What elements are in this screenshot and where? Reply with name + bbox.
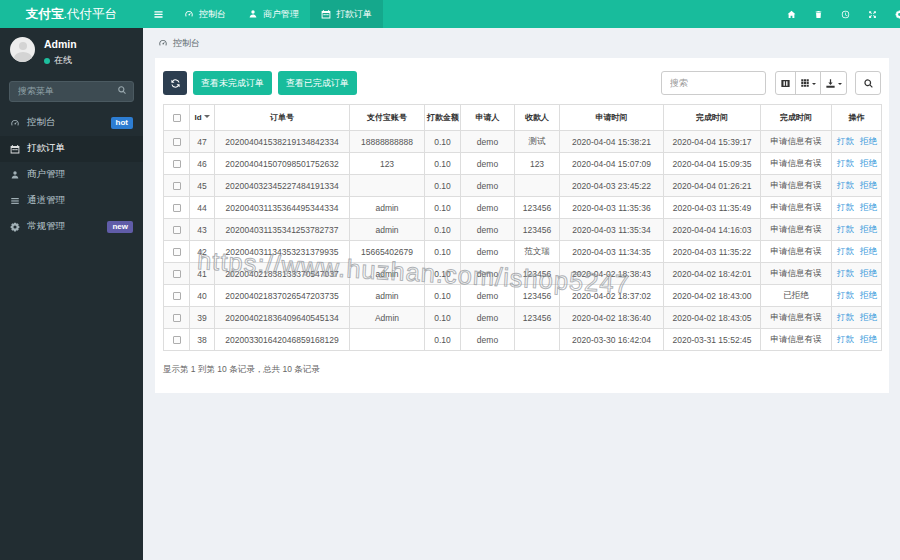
row-checkbox[interactable] <box>173 270 181 278</box>
reject-link[interactable]: 拒绝 <box>860 290 877 300</box>
pay-link[interactable]: 打款 <box>837 180 854 190</box>
cell-applicant: demo <box>461 131 515 153</box>
row-checkbox[interactable] <box>173 226 181 234</box>
search-icon <box>117 85 127 95</box>
reject-link[interactable]: 拒绝 <box>860 180 877 190</box>
view-unfinished-button[interactable]: 查看未完成订单 <box>193 71 272 95</box>
column-header[interactable]: 支付宝账号 <box>350 105 425 131</box>
cell-status: 申请信息有误 <box>761 241 832 263</box>
row-checkbox[interactable] <box>173 204 181 212</box>
pay-link[interactable]: 打款 <box>837 312 854 322</box>
table-search-input[interactable] <box>661 71 766 95</box>
column-header[interactable]: Id <box>190 105 215 131</box>
pagination-toggle-button[interactable] <box>775 71 796 95</box>
column-header[interactable]: 收款人 <box>515 105 560 131</box>
sidebar-item-2[interactable]: 打款订单 <box>0 136 143 162</box>
avatar <box>10 37 35 62</box>
cell-finish-time: 2020-04-04 01:26:21 <box>664 175 761 197</box>
cell-id: 42 <box>190 241 215 263</box>
nav-tab-2[interactable]: 商户管理 <box>237 0 310 28</box>
cell-apply-time: 2020-04-03 11:35:36 <box>560 197 664 219</box>
reject-link[interactable]: 拒绝 <box>860 224 877 234</box>
table-row: 42202004031134353231379935156654026790.1… <box>164 241 882 263</box>
cell-payee <box>515 175 560 197</box>
trash-button[interactable] <box>805 0 832 28</box>
search-button[interactable] <box>855 71 881 95</box>
pay-link[interactable]: 打款 <box>837 246 854 256</box>
reject-link[interactable]: 拒绝 <box>860 136 877 146</box>
cell-apply-time: 2020-04-04 15:38:21 <box>560 131 664 153</box>
sidebar-item-5[interactable]: 常规管理new <box>0 214 143 240</box>
row-checkbox[interactable] <box>173 292 181 300</box>
column-header[interactable]: 打款金额 <box>425 105 461 131</box>
column-header[interactable]: 完成时间 <box>664 105 761 131</box>
pay-link[interactable]: 打款 <box>837 224 854 234</box>
table-row: 47202004041538219134842334188888888880.1… <box>164 131 882 153</box>
pay-link[interactable]: 打款 <box>837 202 854 212</box>
cell-order-no: 202004031135341253782737 <box>215 219 350 241</box>
pay-link[interactable]: 打款 <box>837 334 854 344</box>
cell-finish-time: 2020-04-03 11:35:49 <box>664 197 761 219</box>
cell-payee: 范文瑞 <box>515 241 560 263</box>
clock-button[interactable] <box>832 0 859 28</box>
row-checkbox[interactable] <box>173 248 181 256</box>
cell-actions: 打款拒绝 <box>832 307 882 329</box>
reject-link[interactable]: 拒绝 <box>860 334 877 344</box>
export-button[interactable] <box>820 71 847 95</box>
select-all-checkbox[interactable] <box>173 114 181 122</box>
column-header[interactable]: 订单号 <box>215 105 350 131</box>
breadcrumb-label: 控制台 <box>173 37 200 50</box>
sidebar-item-label: 控制台 <box>27 116 56 129</box>
cell-applicant: demo <box>461 175 515 197</box>
gear-button[interactable] <box>886 0 900 28</box>
dashboard-icon <box>10 118 20 128</box>
sidebar-item-4[interactable]: 通道管理 <box>0 188 143 214</box>
brand[interactable]: 支付宝.代付平台 <box>0 0 143 28</box>
reject-link[interactable]: 拒绝 <box>860 268 877 278</box>
cell-payee: 123456 <box>515 263 560 285</box>
user-status-label: 在线 <box>54 54 72 67</box>
row-checkbox[interactable] <box>173 138 181 146</box>
column-header[interactable]: 操作 <box>832 105 882 131</box>
reject-link[interactable]: 拒绝 <box>860 246 877 256</box>
pay-link[interactable]: 打款 <box>837 136 854 146</box>
user-icon <box>248 9 258 19</box>
cell-actions: 打款拒绝 <box>832 263 882 285</box>
refresh-button[interactable] <box>163 71 187 95</box>
nav-tab-label: 打款订单 <box>336 8 372 21</box>
sidebar-item-3[interactable]: 商户管理 <box>0 162 143 188</box>
refresh-icon <box>170 78 181 89</box>
cell-finish-time: 2020-04-03 11:35:22 <box>664 241 761 263</box>
cell-status: 申请信息有误 <box>761 219 832 241</box>
nav-tab-1[interactable]: 控制台 <box>173 0 237 28</box>
pay-link[interactable]: 打款 <box>837 268 854 278</box>
reject-link[interactable]: 拒绝 <box>860 158 877 168</box>
sidebar-item-1[interactable]: 控制台hot <box>0 110 143 136</box>
cell-status: 申请信息有误 <box>761 197 832 219</box>
reject-link[interactable]: 拒绝 <box>860 312 877 322</box>
view-finished-button[interactable]: 查看已完成订单 <box>278 71 357 95</box>
row-checkbox[interactable] <box>173 182 181 190</box>
column-header[interactable]: 完成时间 <box>761 105 832 131</box>
sidebar-search-input[interactable] <box>9 81 134 102</box>
reject-link[interactable]: 拒绝 <box>860 202 877 212</box>
home-button[interactable] <box>778 0 805 28</box>
card-icon <box>780 78 791 89</box>
table-row: 41202004021838133370547037admin0.10demo1… <box>164 263 882 285</box>
nav-tab-3[interactable]: 打款订单 <box>310 0 383 28</box>
row-checkbox[interactable] <box>173 336 181 344</box>
row-checkbox[interactable] <box>173 160 181 168</box>
pay-link[interactable]: 打款 <box>837 158 854 168</box>
expand-button[interactable] <box>859 0 886 28</box>
table-row: 44202004031135364495344334admin0.10demo1… <box>164 197 882 219</box>
columns-button[interactable] <box>795 71 821 95</box>
row-checkbox[interactable] <box>173 314 181 322</box>
pay-link[interactable]: 打款 <box>837 290 854 300</box>
menu-toggle-button[interactable] <box>143 0 173 28</box>
cell-id: 41 <box>190 263 215 285</box>
column-header[interactable]: 申请时间 <box>560 105 664 131</box>
grid-icon <box>800 78 810 88</box>
brand-bold: 支付宝 <box>26 6 64 23</box>
column-header[interactable]: 申请人 <box>461 105 515 131</box>
cell-amount: 0.10 <box>425 153 461 175</box>
